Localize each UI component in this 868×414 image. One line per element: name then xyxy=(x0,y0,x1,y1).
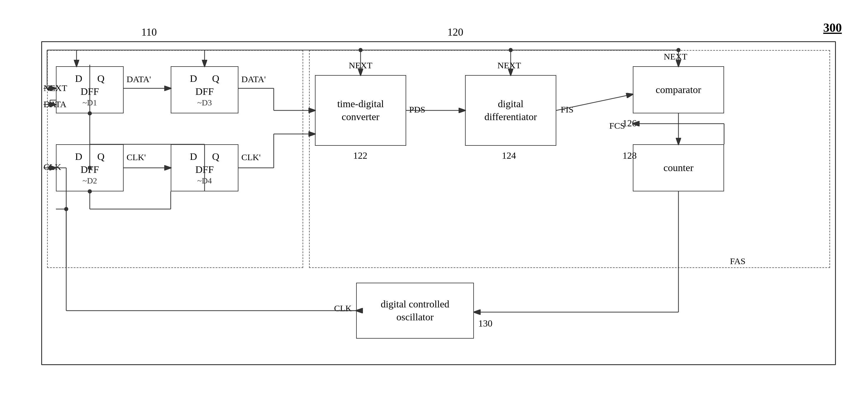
ref-300: 300 xyxy=(823,21,842,35)
dff-d1-sub: ~D1 xyxy=(83,98,97,108)
comp-label: comparator xyxy=(656,83,702,96)
ref-128: 128 xyxy=(622,150,637,161)
dff-d3-label: D Q xyxy=(190,72,219,85)
label-120: 120 xyxy=(447,26,463,38)
clk-input-label: CLK xyxy=(43,162,61,172)
dd-label2: differentiator xyxy=(485,111,537,123)
data-prime-2-label: DATA' xyxy=(241,74,266,84)
ref-130: 130 xyxy=(478,318,492,329)
next-comp-label: NEXT xyxy=(664,52,687,62)
dff-d1-mid: DFF xyxy=(81,85,99,98)
data-input-label: DATA xyxy=(43,99,66,109)
dff-d3-mid: DFF xyxy=(195,85,214,98)
dco-label2: oscillator xyxy=(397,310,434,324)
fis-label: FIS xyxy=(561,105,574,115)
dff-d2-block: D Q DFF ~D2 xyxy=(56,144,124,191)
clk-prime-1-label: CLK' xyxy=(127,152,146,162)
dco-label1: digital controlled xyxy=(380,298,449,310)
dff-d2-mid: DFF xyxy=(81,163,99,176)
dff-d3-block: D Q DFF ~D3 xyxy=(171,66,239,113)
dff-d4-label: D Q xyxy=(190,150,219,163)
next-dd-label: NEXT xyxy=(497,60,521,70)
data-prime-1-label: DATA' xyxy=(127,74,151,84)
clk-prime-2-label: CLK' xyxy=(241,152,260,162)
tdc-label1: time-digital xyxy=(337,97,384,111)
comp-block: comparator xyxy=(633,66,724,113)
diagram-container: 300 110 120 D Q DFF ~D1 D Q DFF ~D2 D Q … xyxy=(18,18,848,401)
dff-d2-label: D Q xyxy=(75,150,104,163)
counter-label: counter xyxy=(663,161,693,174)
dco-block: digital controlled oscillator xyxy=(356,283,474,338)
dff-d4-sub: ~D4 xyxy=(197,176,212,185)
next-input-label: NEXT xyxy=(43,83,67,93)
counter-block: counter xyxy=(633,144,724,191)
clk-dco-label: CLK xyxy=(334,303,352,313)
dff-d4-mid: DFF xyxy=(195,163,214,176)
ref-122: 122 xyxy=(353,150,367,161)
dd-label1: digital xyxy=(498,97,524,111)
next-tdc-label: NEXT xyxy=(349,60,372,70)
label-110: 110 xyxy=(141,26,157,38)
dd-block: digital differentiator xyxy=(465,75,556,146)
tdc-label2: converter xyxy=(342,111,379,123)
ref-126: 126 xyxy=(622,118,637,129)
dff-d4-block: D Q DFF ~D4 xyxy=(171,144,239,191)
dff-d2-sub: ~D2 xyxy=(83,176,97,185)
dff-d1-label: D Q xyxy=(75,72,104,85)
dff-d3-sub: ~D3 xyxy=(197,98,212,108)
pds-label: PDS xyxy=(409,105,425,115)
tdc-block: time-digital converter xyxy=(315,75,406,146)
fas-label: FAS xyxy=(730,256,746,266)
ref-124: 124 xyxy=(502,150,516,161)
